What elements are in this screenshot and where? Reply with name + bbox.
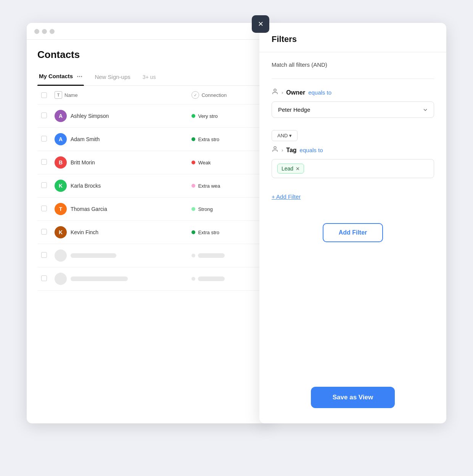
row-strength-cell: Very stro — [188, 105, 260, 128]
filter-tag-label-row: › Tag equals to — [272, 146, 434, 154]
svg-point-0 — [274, 89, 276, 91]
svg-point-1 — [274, 146, 276, 149]
row-name-cell: K Kevin Finch — [51, 221, 188, 244]
strength-label: Strong — [198, 206, 212, 212]
row-checkbox[interactable] — [41, 136, 47, 142]
owner-person-icon — [272, 88, 278, 97]
contact-avatar: B — [55, 156, 67, 169]
row-checkbox-cell — [37, 174, 51, 198]
divider-1 — [272, 79, 434, 79]
and-badge[interactable]: AND ▾ — [272, 130, 298, 141]
th-checkbox — [37, 86, 51, 105]
save-view-button[interactable]: Save as View — [311, 387, 395, 408]
row-checkbox-cell — [37, 221, 51, 244]
row-strength-cell: Weak — [188, 151, 260, 174]
skeleton-dot — [191, 277, 195, 281]
table-row: B Britt Morin Weak — [37, 151, 260, 174]
contact-name: Karla Brocks — [71, 183, 101, 189]
tag-chip-remove-icon[interactable]: ✕ — [296, 166, 300, 172]
page-title: Contacts — [37, 49, 260, 61]
row-name-cell: A Adam Smith — [51, 128, 188, 151]
and-chevron-icon: ▾ — [289, 133, 292, 138]
titlebar — [27, 23, 271, 40]
row-checkbox[interactable] — [41, 182, 47, 188]
skeleton-strength-cell — [188, 244, 260, 267]
tag-op-label: equals to — [300, 147, 323, 153]
filters-header: Filters — [259, 23, 446, 52]
row-checkbox[interactable] — [41, 159, 47, 165]
tag-chip-lead: Lead ✕ — [277, 164, 304, 174]
tab-more[interactable]: 3+ us — [141, 70, 158, 85]
skeleton-row — [37, 244, 260, 267]
skeleton-name-cell — [51, 244, 188, 267]
table-row: K Karla Brocks Extra wea — [37, 174, 260, 198]
contact-avatar: A — [55, 133, 67, 145]
row-checkbox-cell — [37, 105, 51, 128]
strength-label: Extra stro — [198, 137, 219, 142]
row-name-cell: B Britt Morin — [51, 151, 188, 174]
filters-panel: ✕ Filters Match all filters (AND) › Owne… — [259, 23, 446, 423]
skeleton-strength-cell — [188, 267, 260, 291]
row-checkbox[interactable] — [41, 229, 47, 235]
strength-dot — [191, 137, 195, 141]
app-window: Contacts My Contacts ··· New Sign-ups 3+… — [27, 23, 271, 423]
skeleton-name-cell — [51, 267, 188, 291]
tag-field-label: Tag — [286, 147, 296, 154]
row-name-cell: A Ashley Simpson — [51, 105, 188, 128]
row-name-cell: K Karla Brocks — [51, 174, 188, 198]
row-strength-cell: Extra stro — [188, 128, 260, 151]
strength-dot — [191, 207, 195, 211]
owner-field-label: Owner — [286, 89, 305, 96]
strength-label: Very stro — [198, 113, 217, 119]
traffic-light-fullscreen — [50, 29, 55, 34]
contact-name: Kevin Finch — [71, 229, 98, 235]
tab-options-icon[interactable]: ··· — [77, 73, 82, 80]
contact-avatar: A — [55, 110, 67, 122]
tag-person-icon — [272, 146, 278, 154]
table-row: A Ashley Simpson Very stro — [37, 105, 260, 128]
strength-label: Extra stro — [198, 230, 219, 235]
strength-dot — [191, 114, 195, 118]
table-row: A Adam Smith Extra stro — [37, 128, 260, 151]
tag-input-area[interactable]: Lead ✕ — [272, 159, 434, 178]
contact-name: Ashley Simpson — [71, 113, 109, 119]
owner-chevron-icon: › — [282, 90, 283, 95]
add-filter-link[interactable]: + Add Filter — [272, 193, 301, 200]
name-type-icon: T — [55, 91, 62, 99]
row-checkbox-cell — [37, 128, 51, 151]
filter-owner-label-row: › Owner equals to — [272, 88, 434, 97]
contact-avatar: K — [55, 226, 67, 238]
header-checkbox[interactable] — [41, 92, 47, 98]
skeleton-checkbox-cell — [37, 267, 51, 291]
add-filter-button[interactable]: Add Filter — [323, 223, 383, 242]
skeleton-dot — [191, 254, 195, 257]
strength-dot — [191, 184, 195, 188]
skeleton-name — [71, 253, 116, 258]
filter-owner-row: › Owner equals to Peter Hedge — [272, 88, 434, 118]
skeleton-strength — [198, 277, 225, 281]
tab-new-signups[interactable]: New Sign-ups — [93, 70, 132, 85]
table-row: T Thomas Garcia Strong — [37, 198, 260, 221]
contact-name: Thomas Garcia — [71, 206, 107, 212]
tab-my-contacts[interactable]: My Contacts ··· — [37, 69, 84, 85]
filters-body: Match all filters (AND) › Owner equals t… — [259, 52, 446, 251]
traffic-lights — [34, 29, 55, 34]
strength-dot — [191, 161, 195, 164]
strength-label: Weak — [198, 160, 211, 166]
contacts-table: T Name ✓ Connection — [37, 86, 260, 291]
owner-select[interactable]: Peter Hedge — [272, 101, 434, 118]
row-strength-cell: Extra wea — [188, 174, 260, 198]
skeleton-row — [37, 267, 260, 291]
table-row: K Kevin Finch Extra stro — [37, 221, 260, 244]
skeleton-strength — [198, 253, 225, 258]
traffic-light-minimize — [42, 29, 47, 34]
skeleton-name — [71, 277, 128, 281]
close-button[interactable]: ✕ — [252, 15, 269, 33]
row-checkbox[interactable] — [41, 206, 47, 211]
row-strength-cell: Strong — [188, 198, 260, 221]
contact-name: Britt Morin — [71, 159, 95, 166]
th-name: T Name — [51, 86, 188, 105]
tag-chevron-icon: › — [282, 147, 283, 153]
row-checkbox[interactable] — [41, 113, 47, 118]
row-checkbox-cell — [37, 198, 51, 221]
